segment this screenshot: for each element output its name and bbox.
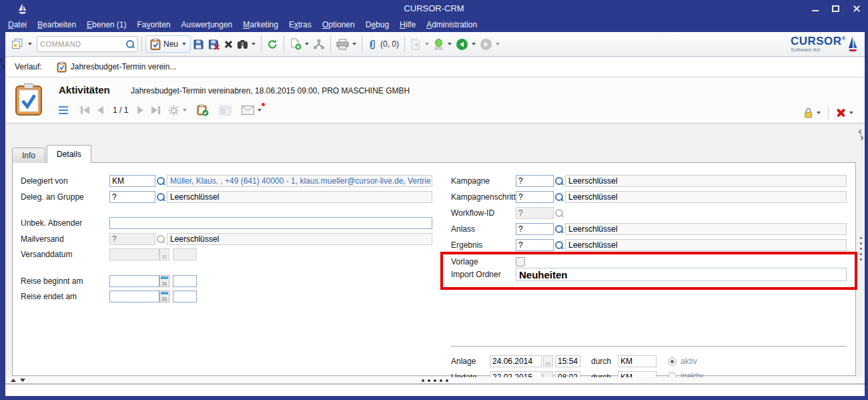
save-button[interactable] [191, 37, 206, 51]
presence-person-icon [433, 39, 444, 50]
left-panel-collapse-handle[interactable] [1, 59, 4, 68]
delegiert-von-label: Delegiert von [21, 176, 109, 186]
anlage-label: Anlage [451, 357, 490, 366]
refresh-button[interactable] [265, 37, 280, 51]
command-input[interactable] [40, 40, 126, 48]
kampagne-description: Leerschlüssel [565, 175, 847, 187]
delegiert-von-key-input[interactable] [109, 175, 155, 187]
delete-record-button[interactable] [834, 106, 855, 119]
dropdown-caret-icon [28, 43, 32, 45]
menu-datei[interactable]: Datei [3, 17, 32, 32]
deleg-an-gruppe-key-input[interactable] [109, 191, 155, 203]
tab-details[interactable]: Details [47, 145, 91, 163]
merge-icon [313, 39, 325, 49]
right-panel-collapse-handle[interactable] [859, 130, 863, 140]
maximize-button[interactable] [831, 4, 841, 13]
anlass-key-input[interactable] [516, 223, 554, 235]
complete-activity-button[interactable] [195, 103, 211, 118]
navigate-back-button[interactable] [454, 37, 478, 52]
menu-ebenen[interactable]: Ebenen (1) [81, 17, 131, 32]
search-records-button[interactable] [235, 38, 258, 51]
close-icon [853, 5, 861, 13]
presence-button[interactable] [431, 37, 454, 51]
unbek-absender-input[interactable] [109, 217, 432, 229]
new-document-button[interactable] [288, 37, 311, 51]
reise-beginnt-label: Reise beginnt am [21, 276, 109, 286]
cursor-logo: CURSOR® Software AG [791, 35, 861, 53]
import-ordner-input[interactable] [516, 268, 847, 281]
menu-debug[interactable]: Debug [360, 17, 394, 32]
lock-record-button[interactable] [801, 106, 823, 120]
save-discard-button[interactable] [206, 37, 222, 51]
delete-button[interactable] [222, 39, 235, 50]
row-ergebnis: Ergebnis Leerschlüssel [451, 239, 847, 251]
record-menu-button[interactable] [57, 105, 69, 116]
menu-bearbeiten[interactable]: Bearbeiten [32, 17, 81, 32]
workflow-id-label: Workflow-ID [451, 208, 516, 218]
titlebar: CURSOR-CRM [0, 0, 868, 17]
mailversand-description: Leerschlüssel [167, 233, 432, 245]
calendar-button[interactable]: 31 [159, 275, 169, 287]
mail-icon [242, 106, 254, 115]
minimize-button[interactable] [810, 4, 820, 13]
logo-sailboat-icon [847, 35, 858, 53]
kampagne-key-input[interactable] [516, 175, 554, 187]
history-item[interactable]: Jahresbudget-Termin verein... [57, 61, 177, 73]
menu-marketing[interactable]: Marketing [238, 17, 284, 32]
search-icon[interactable] [126, 40, 135, 49]
reise-endet-date-input[interactable] [109, 290, 159, 303]
refresh-icon [267, 39, 278, 50]
attachments-button[interactable]: (0, 0) [366, 37, 401, 51]
dropdown-caret-icon [817, 112, 821, 114]
workflow-id-key-input [516, 207, 554, 219]
anlass-lookup-button[interactable] [554, 225, 565, 234]
menu-extras[interactable]: Extras [284, 17, 317, 32]
menu-auswertungen[interactable]: Auswertungen [176, 17, 238, 32]
aktivitaeten-icon [15, 83, 43, 119]
reise-endet-time-input[interactable] [173, 290, 197, 303]
form-column-right: Kampagne Leerschlüssel Kampagnenschritt … [451, 163, 847, 363]
vertical-splitter-handle[interactable] [860, 237, 862, 260]
delegiert-von-lookup-button[interactable] [155, 177, 167, 186]
close-button[interactable] [851, 4, 861, 13]
ergebnis-key-input[interactable] [516, 239, 554, 251]
versanddatum-date-input [109, 248, 159, 260]
ergebnis-lookup-button[interactable] [554, 241, 565, 250]
slide-card-button [217, 104, 234, 117]
clipboard-check-icon [197, 104, 209, 116]
tab-strip: Info Details [12, 145, 91, 163]
tab-info[interactable]: Info [12, 148, 45, 163]
reise-endet-label: Reise endet am [21, 292, 109, 301]
reise-beginnt-time-input[interactable] [173, 275, 197, 287]
anlage-date-input[interactable] [490, 355, 542, 367]
next-record-button [137, 106, 143, 114]
work-area: Info Details Delegiert von Müller, Klaus… [5, 124, 865, 377]
new-window-favorite-button[interactable] [9, 37, 34, 51]
menu-hilfe[interactable]: Hilfe [394, 17, 421, 32]
merge-records-button[interactable] [311, 38, 327, 51]
versanddatum-label: Versanddatum [21, 250, 109, 259]
bottom-splitter[interactable] [5, 377, 865, 385]
kampagne-lookup-button[interactable] [554, 177, 565, 186]
history-label: Verlauf: [15, 62, 42, 71]
print-button[interactable] [334, 37, 358, 51]
kampagnenschritt-key-input[interactable] [516, 191, 554, 203]
kampagnenschritt-lookup-button[interactable] [554, 193, 565, 202]
dropdown-caret-icon [425, 43, 429, 45]
dropdown-caret-icon [258, 109, 262, 112]
deleg-an-gruppe-lookup-button[interactable] [155, 193, 167, 202]
anlage-user-input[interactable] [618, 355, 657, 367]
menu-favoriten[interactable]: Favoriten [131, 17, 175, 32]
export-button [408, 37, 431, 51]
neu-button[interactable]: Neu [145, 35, 191, 53]
anlage-time-input[interactable] [555, 355, 580, 367]
reise-beginnt-date-input[interactable] [109, 275, 159, 287]
menu-administration[interactable]: Administration [421, 17, 482, 32]
calendar-button[interactable]: 31 [159, 290, 169, 303]
history-bar: Verlauf: Jahresbudget-Termin verein... [5, 57, 865, 77]
vorlage-checkbox[interactable] [516, 257, 525, 266]
menu-optionen[interactable]: Optionen [317, 17, 360, 32]
mailversand-label: Mailversand [21, 234, 109, 244]
send-mail-button[interactable] [240, 104, 264, 116]
magnifier-icon [555, 225, 564, 234]
